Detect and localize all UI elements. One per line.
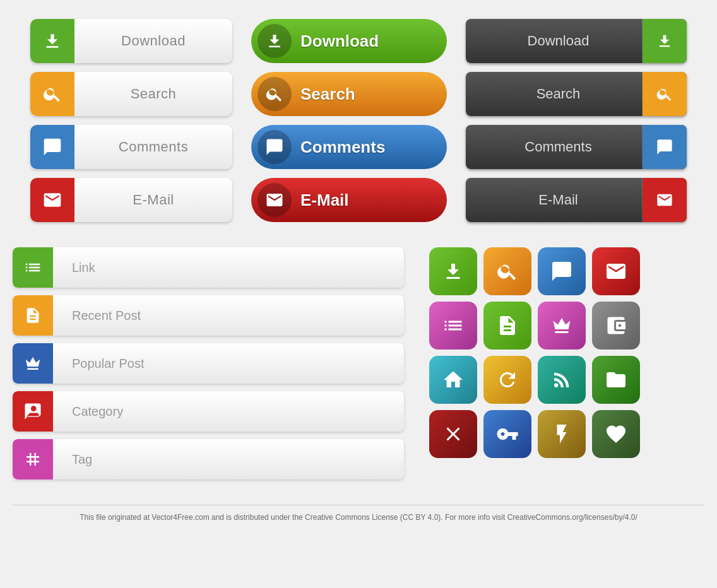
col1-light-buttons: Download Search Comments E-Mail: [30, 19, 232, 222]
rss-grid-icon: [550, 368, 573, 391]
popular-post-label: Popular Post: [53, 356, 404, 371]
category-button[interactable]: Category: [13, 391, 404, 432]
recent-post-label: Recent Post: [53, 309, 404, 323]
email-icon-right: [643, 178, 687, 222]
grid-heart-icon[interactable]: [592, 410, 640, 458]
email-button-light[interactable]: E-Mail: [30, 178, 232, 222]
doc-icon-box: [13, 295, 53, 336]
download-icon-circle: [258, 24, 292, 58]
tag-label: Tag: [53, 452, 404, 467]
crown-icon: [23, 354, 42, 373]
key-grid-icon: [496, 423, 519, 445]
list-buttons-col: Link Recent Post Popular Post Category: [13, 247, 404, 479]
tag-button[interactable]: Tag: [13, 439, 404, 479]
category-icon: [23, 402, 42, 421]
email-icon-circle: [258, 183, 292, 217]
download-icon-right: [643, 19, 687, 63]
comments-bold-label: Comments: [300, 138, 385, 157]
comment-grid-icon: [550, 260, 573, 283]
email-icon-dark: [656, 191, 673, 209]
crown-grid-icon: [550, 314, 573, 337]
heart-grid-icon: [605, 423, 627, 445]
comments-button-light[interactable]: Comments: [30, 125, 232, 169]
footer: This file originated at Vector4Free.com …: [13, 505, 704, 522]
grid-download-icon[interactable]: [429, 247, 477, 295]
download-bold-label: Download: [300, 32, 379, 51]
folder-grid-icon: [605, 368, 627, 391]
popular-post-button[interactable]: Popular Post: [13, 343, 404, 384]
col3-dark-buttons: Download Search Comments: [466, 19, 687, 222]
list-grid-icon: [442, 314, 465, 337]
doc-grid-icon: [496, 314, 519, 337]
tag-icon: [23, 450, 42, 469]
col2-bold-buttons: Download Search Comments E-Mail: [251, 19, 447, 222]
comment-icon-right: [643, 125, 687, 169]
recent-post-button[interactable]: Recent Post: [13, 295, 404, 336]
wallet-grid-icon: [605, 314, 627, 337]
grid-key-icon[interactable]: [483, 410, 531, 458]
download-grid-icon: [442, 260, 465, 283]
search-button-light[interactable]: Search: [30, 72, 232, 116]
email-dark-label: E-Mail: [466, 192, 642, 208]
comments-button-dark[interactable]: Comments: [466, 125, 687, 169]
grid-comment-icon[interactable]: [538, 247, 586, 295]
grid-doc-icon[interactable]: [483, 302, 531, 350]
grid-search-icon[interactable]: [483, 247, 531, 295]
search-button-bold[interactable]: Search: [251, 72, 447, 116]
download-icon: [42, 31, 62, 51]
grid-email-icon[interactable]: [592, 247, 640, 295]
download-icon-dark: [656, 32, 673, 50]
comment-icon-box: [30, 125, 74, 169]
comments-label: Comments: [74, 139, 232, 155]
category-label: Category: [53, 404, 404, 419]
comments-button-bold[interactable]: Comments: [251, 125, 447, 169]
download-button-dark[interactable]: Download: [466, 19, 687, 63]
link-button[interactable]: Link: [13, 247, 404, 288]
search-icon-dark: [656, 85, 673, 103]
email-icon-bold: [265, 191, 284, 209]
email-button-bold[interactable]: E-Mail: [251, 178, 447, 222]
home-grid-icon: [442, 368, 465, 391]
comment-icon-circle: [258, 130, 292, 164]
grid-home-icon[interactable]: [429, 356, 477, 404]
download-icon-bold: [265, 32, 284, 50]
grid-folder-icon[interactable]: [592, 356, 640, 404]
download-button-bold[interactable]: Download: [251, 19, 447, 63]
search-icon-right: [643, 72, 687, 116]
download-button-light[interactable]: Download: [30, 19, 232, 63]
list-icon-box: [13, 247, 53, 288]
search-icon-box: [30, 72, 74, 116]
icon-grid: [429, 247, 640, 458]
grid-refresh-icon[interactable]: [483, 356, 531, 404]
grid-list-icon[interactable]: [429, 302, 477, 350]
email-icon: [42, 190, 62, 210]
refresh-grid-icon: [496, 368, 519, 391]
search-bold-label: Search: [300, 85, 355, 104]
comment-icon-dark: [656, 138, 673, 156]
download-label: Download: [74, 33, 232, 49]
email-icon-box: [30, 178, 74, 222]
grid-lightning-icon[interactable]: [538, 410, 586, 458]
comments-dark-label: Comments: [466, 139, 642, 155]
grid-crown-icon[interactable]: [538, 302, 586, 350]
email-bold-label: E-Mail: [300, 191, 349, 210]
close-grid-icon: [442, 423, 465, 445]
search-icon-bold: [265, 85, 284, 103]
category-icon-box: [13, 391, 53, 432]
footer-text: This file originated at Vector4Free.com …: [80, 513, 637, 522]
search-grid-icon: [496, 260, 519, 283]
tag-icon-box: [13, 439, 53, 479]
email-grid-icon: [605, 260, 627, 283]
email-button-dark[interactable]: E-Mail: [466, 178, 687, 222]
search-button-dark[interactable]: Search: [466, 72, 687, 116]
search-icon: [42, 84, 62, 104]
grid-close-icon[interactable]: [429, 410, 477, 458]
search-icon-circle: [258, 77, 292, 111]
lightning-grid-icon: [550, 423, 573, 445]
grid-wallet-icon[interactable]: [592, 302, 640, 350]
crown-icon-box: [13, 343, 53, 384]
grid-rss-icon[interactable]: [538, 356, 586, 404]
doc-icon: [24, 307, 42, 324]
comment-icon: [42, 137, 62, 157]
search-dark-label: Search: [466, 86, 642, 102]
